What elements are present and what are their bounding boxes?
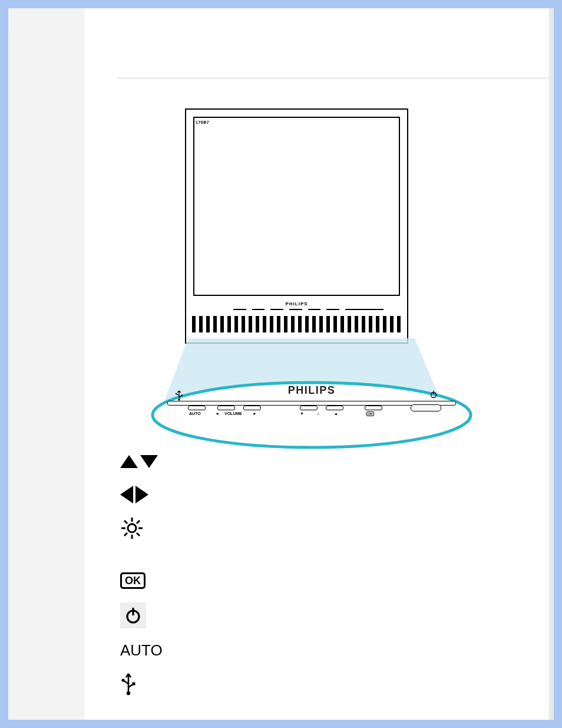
auto-button-label: AUTO bbox=[189, 411, 201, 416]
volume-left-label: ◄ bbox=[215, 411, 219, 416]
panel-buttons: AUTO ◄ VOLUME ► ▼ ☼ ▲ bbox=[188, 406, 435, 417]
left-gutter bbox=[8, 8, 85, 720]
svg-line-12 bbox=[124, 521, 127, 523]
svg-point-3 bbox=[176, 393, 177, 394]
legend-row-updown bbox=[120, 450, 167, 473]
page-content: 170B7 PHILIPS PHILIPS bbox=[85, 8, 549, 720]
auto-button[interactable] bbox=[188, 406, 206, 410]
legend-row-power bbox=[120, 602, 167, 628]
volume-label: VOLUME bbox=[224, 411, 242, 416]
up-down-icon bbox=[120, 455, 167, 468]
legend-row-auto: AUTO bbox=[120, 639, 167, 661]
icon-legend: OK AUTO bbox=[120, 450, 167, 706]
brand-label-small: PHILIPS bbox=[186, 301, 407, 307]
volume-down-button[interactable] bbox=[217, 406, 235, 410]
volume-up-button[interactable] bbox=[243, 406, 261, 410]
control-panel-zoom: PHILIPS bbox=[147, 380, 477, 450]
monitor-outline: 170B7 PHILIPS bbox=[185, 108, 408, 344]
ok-icon: OK bbox=[120, 572, 167, 589]
up-label: ▲ bbox=[334, 411, 338, 416]
legend-row-brightness bbox=[120, 516, 167, 540]
legend-row-leftright bbox=[120, 483, 167, 506]
model-label: 170B7 bbox=[196, 120, 209, 124]
svg-line-15 bbox=[124, 533, 127, 536]
monitor-screen bbox=[193, 117, 400, 296]
auto-icon: AUTO bbox=[120, 641, 167, 660]
usb-icon bbox=[120, 672, 167, 696]
volume-right-label: ► bbox=[253, 411, 257, 416]
legend-row-ok: OK bbox=[120, 569, 167, 592]
left-right-icon bbox=[120, 486, 167, 503]
svg-line-14 bbox=[137, 521, 140, 523]
menu-down-button[interactable] bbox=[300, 406, 318, 410]
right-scrollbar[interactable] bbox=[549, 8, 554, 720]
svg-rect-4 bbox=[181, 395, 183, 396]
brightness-icon bbox=[120, 516, 167, 540]
menu-up-button[interactable] bbox=[326, 406, 343, 410]
monitor-diagram: 170B7 PHILIPS PHILIPS bbox=[126, 108, 468, 439]
monitor-button-row bbox=[233, 309, 384, 312]
svg-point-7 bbox=[128, 524, 136, 532]
ok-button[interactable] bbox=[365, 406, 382, 410]
svg-line-13 bbox=[137, 533, 140, 536]
section-divider bbox=[117, 78, 549, 78]
monitor-speaker-grille bbox=[192, 316, 401, 332]
brand-label-large: PHILIPS bbox=[147, 384, 477, 397]
ok-button-label: OK bbox=[366, 411, 374, 416]
down-label: ▼ bbox=[300, 411, 304, 416]
svg-point-19 bbox=[121, 678, 124, 681]
svg-rect-20 bbox=[133, 683, 135, 686]
legend-row-usb bbox=[120, 672, 167, 696]
brightness-label: ☼ bbox=[316, 411, 320, 416]
power-icon bbox=[120, 602, 146, 628]
page-frame: 170B7 PHILIPS PHILIPS bbox=[0, 0, 562, 728]
svg-point-18 bbox=[127, 691, 130, 695]
